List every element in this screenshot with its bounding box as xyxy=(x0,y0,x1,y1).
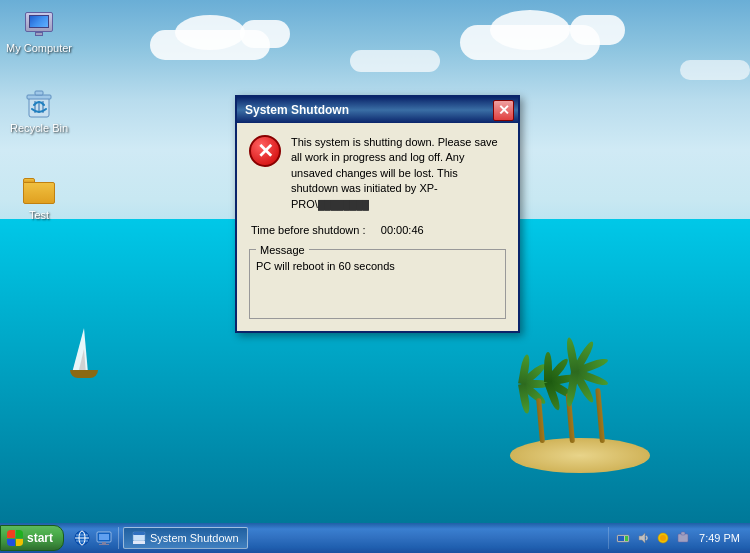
desktop-icon-test-folder[interactable]: Test xyxy=(4,175,74,221)
svg-rect-1 xyxy=(27,95,51,99)
shutdown-dialog: System Shutdown ✕ ✕ This system is shutt… xyxy=(235,95,520,333)
svg-rect-17 xyxy=(625,536,628,541)
my-computer-icon xyxy=(23,8,55,40)
svg-marker-18 xyxy=(639,533,645,543)
test-folder-label: Test xyxy=(4,209,74,221)
dialog-message-text: This system is shutting down. Please sav… xyxy=(291,135,506,212)
shutdown-window-icon xyxy=(132,531,146,545)
message-box-content: PC will reboot in 60 seconds xyxy=(256,260,499,272)
start-label: start xyxy=(27,531,53,545)
recycle-bin-label: Recycle Bin xyxy=(4,122,74,134)
folder-icon xyxy=(23,175,55,207)
island xyxy=(490,413,670,473)
tray-network-icon[interactable] xyxy=(615,530,631,546)
quick-launch-show-desktop-button[interactable] xyxy=(94,528,114,548)
countdown-label: Time before shutdown : xyxy=(251,224,366,236)
taskbar-shutdown-button[interactable]: System Shutdown xyxy=(123,527,248,549)
recycle-bin-icon xyxy=(23,88,55,120)
taskbar-window-label: System Shutdown xyxy=(150,532,239,544)
start-button[interactable]: start xyxy=(0,525,64,551)
my-computer-label: My Computer xyxy=(4,42,74,54)
windows-logo-icon xyxy=(7,530,23,546)
taskbar: start xyxy=(0,523,750,553)
tray-icon-3[interactable] xyxy=(655,530,671,546)
svg-rect-16 xyxy=(618,536,624,541)
dialog-title: System Shutdown xyxy=(245,103,349,117)
tray-icon-4[interactable] xyxy=(675,530,691,546)
message-fieldset: Message PC will reboot in 60 seconds xyxy=(249,244,506,319)
svg-rect-2 xyxy=(35,91,43,95)
desktop: My Computer Recycle Bin Test xyxy=(0,0,750,553)
system-tray: 7:49 PM xyxy=(608,527,750,549)
countdown-value: 00:00:46 xyxy=(381,224,424,236)
dialog-titlebar: System Shutdown ✕ xyxy=(237,97,518,123)
quick-launch-area xyxy=(68,527,119,549)
svg-rect-13 xyxy=(133,532,145,535)
quick-launch-ie-button[interactable] xyxy=(72,528,92,548)
desktop-icon-recycle-bin[interactable]: Recycle Bin xyxy=(4,88,74,134)
dialog-content: ✕ This system is shutting down. Please s… xyxy=(237,123,518,331)
svg-point-20 xyxy=(660,535,666,541)
desktop-icon-my-computer[interactable]: My Computer xyxy=(4,8,74,54)
countdown-row: Time before shutdown : 00:00:46 xyxy=(249,224,506,236)
svg-rect-10 xyxy=(102,542,106,544)
svg-rect-11 xyxy=(99,544,109,545)
svg-rect-22 xyxy=(681,532,685,535)
message-box-label: Message xyxy=(256,244,309,256)
svg-rect-9 xyxy=(99,534,109,540)
error-icon: ✕ xyxy=(249,135,281,167)
svg-rect-14 xyxy=(133,541,145,544)
system-clock: 7:49 PM xyxy=(695,532,744,544)
dialog-close-button[interactable]: ✕ xyxy=(493,100,514,121)
tray-sound-icon[interactable] xyxy=(635,530,651,546)
dialog-message-row: ✕ This system is shutting down. Please s… xyxy=(249,135,506,212)
